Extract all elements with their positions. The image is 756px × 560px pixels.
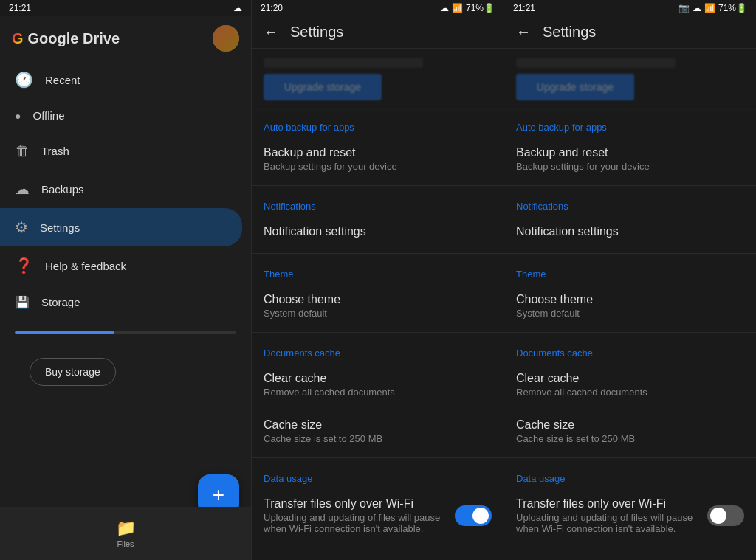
left-div-3 [252, 332, 504, 333]
right-upgrade-button[interactable]: Upgrade storage [516, 74, 634, 100]
right-clear-cache-title: Clear cache [516, 372, 744, 385]
avatar-image [213, 25, 239, 52]
right-cloud-icon: ☁ [693, 3, 701, 13]
right-panel-title: Settings [543, 24, 596, 41]
right-section-theme-label: Theme [504, 257, 756, 283]
left-choose-theme-sub: System default [264, 308, 492, 319]
left-battery-text: 71%🔋 [466, 3, 495, 13]
avatar[interactable] [213, 25, 239, 52]
nav-settings[interactable]: ⚙ Settings [0, 208, 242, 246]
right-backup-reset-sub: Backup settings for your device [516, 161, 744, 172]
nav-trash-label: Trash [41, 145, 69, 157]
fab-plus-icon: + [213, 483, 224, 507]
right-div-1 [504, 185, 756, 186]
panels-wrapper: 21:20 ☁ 📶 71%🔋 ← Settings Upgrade storag… [251, 0, 756, 560]
left-clear-cache-title: Clear cache [264, 372, 492, 385]
left-blurred-bar [264, 58, 423, 68]
right-cache-size-title: Cache size [516, 418, 744, 432]
nav-backups[interactable]: ☁ Backups [0, 170, 242, 208]
logo-google: Google [28, 30, 79, 46]
sidebar-logo: G Google Drive [12, 30, 120, 47]
logo-drive: Drive [83, 30, 120, 46]
right-panel-content: Upgrade storage Auto backup for apps Bac… [504, 49, 756, 560]
right-choose-theme-sub: System default [516, 308, 744, 319]
right-choose-theme-item[interactable]: Choose theme System default [504, 283, 756, 329]
left-panel-header: ← Settings [252, 16, 504, 49]
right-wifi-toggle-knob [710, 508, 726, 524]
right-blurred-bar [516, 58, 676, 68]
offline-icon: ● [15, 110, 21, 122]
left-panel-status-icons: ☁ 📶 71%🔋 [440, 3, 495, 13]
buy-storage-button[interactable]: Buy storage [30, 358, 116, 386]
storage-icon: 💾 [15, 295, 30, 309]
right-backup-reset-item[interactable]: Backup and reset Backup settings for you… [504, 136, 756, 182]
sidebar-logo-text: Google Drive [28, 30, 120, 47]
nav-offline[interactable]: ● Offline [0, 99, 242, 132]
right-choose-theme-title: Choose theme [516, 293, 744, 306]
cloud-icon: ☁ [233, 3, 242, 13]
sidebar-status-bar: 21:21 ☁ [0, 0, 251, 16]
trash-icon: 🗑 [15, 142, 30, 159]
left-transfer-wifi-title: Transfer files only over Wi-Fi [264, 497, 446, 511]
nav-recent[interactable]: 🕐 Recent [0, 61, 242, 99]
left-backup-reset-sub: Backup settings for your device [264, 161, 492, 172]
right-panel-status-bar: 21:21 📷 ☁ 📶 71%🔋 [504, 0, 756, 16]
google-g-logo: G [12, 30, 24, 47]
settings-icon: ⚙ [15, 218, 28, 236]
right-clear-cache-item[interactable]: Clear cache Remove all cached documents [504, 362, 756, 408]
left-wifi-icon: 📶 [452, 3, 463, 13]
right-back-button[interactable]: ← [516, 24, 531, 41]
settings-panel-left: 21:20 ☁ 📶 71%🔋 ← Settings Upgrade storag… [251, 0, 504, 560]
right-section-auto-backup-label: Auto backup for apps [504, 110, 756, 136]
left-section-theme-label: Theme [252, 257, 504, 283]
right-transfer-wifi-item[interactable]: Transfer files only over Wi-Fi Uploading… [504, 487, 756, 545]
nav-storage[interactable]: 💾 Storage [0, 285, 242, 319]
buy-storage-container: Buy storage [15, 349, 236, 395]
left-panel-status-bar: 21:20 ☁ 📶 71%🔋 [252, 0, 504, 16]
right-clear-cache-sub: Remove all cached documents [516, 387, 744, 398]
right-camera-icon: 📷 [678, 3, 690, 13]
left-backup-reset-title: Backup and reset [264, 146, 492, 159]
sidebar-time: 21:21 [9, 3, 31, 13]
left-clear-cache-item[interactable]: Clear cache Remove all cached documents [252, 362, 504, 408]
left-transfer-wifi-sub: Uploading and updating of files will pau… [264, 512, 446, 534]
left-back-button[interactable]: ← [264, 24, 278, 41]
left-section-notifications-label: Notifications [252, 189, 504, 215]
left-backup-reset-item[interactable]: Backup and reset Backup settings for you… [252, 136, 504, 182]
files-tab[interactable]: 📁 Files [104, 513, 148, 554]
right-section-docs-cache-label: Documents cache [504, 336, 756, 362]
left-div-1 [252, 185, 504, 186]
files-icon: 📁 [116, 519, 136, 538]
left-cache-size-item[interactable]: Cache size Cache size is set to 250 MB [252, 408, 504, 454]
right-panel-status-icons: 📷 ☁ 📶 71%🔋 [678, 3, 747, 13]
right-cache-size-sub: Cache size is set to 250 MB [516, 433, 744, 444]
right-transfer-wifi-title: Transfer files only over Wi-Fi [516, 497, 698, 511]
left-notification-settings-title: Notification settings [264, 225, 492, 238]
nav-help[interactable]: ❓ Help & feedback [0, 246, 242, 285]
nav-backups-label: Backups [41, 183, 84, 196]
left-section-data-usage-label: Data usage [252, 461, 504, 487]
nav-offline-label: Offline [32, 109, 64, 122]
right-notification-settings-item[interactable]: Notification settings [504, 215, 756, 250]
storage-section [15, 325, 236, 337]
left-cache-size-sub: Cache size is set to 250 MB [264, 433, 492, 444]
sidebar-header: G Google Drive [0, 16, 251, 61]
left-blurred-top: Upgrade storage [252, 49, 504, 110]
right-cache-size-item[interactable]: Cache size Cache size is set to 250 MB [504, 408, 756, 454]
nav-help-label: Help & feedback [45, 260, 126, 272]
left-wifi-toggle[interactable] [455, 505, 492, 526]
left-wifi-toggle-knob [472, 508, 489, 524]
right-blurred-top: Upgrade storage [504, 49, 756, 110]
right-div-4 [504, 457, 756, 458]
right-transfer-wifi-sub: Uploading and updating of files will pau… [516, 512, 698, 534]
left-transfer-wifi-item[interactable]: Transfer files only over Wi-Fi Uploading… [252, 487, 504, 545]
left-choose-theme-item[interactable]: Choose theme System default [252, 283, 504, 329]
right-panel-time: 21:21 [513, 3, 535, 13]
right-wifi-toggle[interactable] [707, 505, 744, 526]
left-cache-size-title: Cache size [264, 418, 492, 432]
left-upgrade-button[interactable]: Upgrade storage [264, 74, 382, 100]
right-section-notifications-label: Notifications [504, 189, 756, 215]
left-notification-settings-item[interactable]: Notification settings [252, 215, 504, 250]
nav-storage-label: Storage [41, 296, 80, 308]
nav-trash[interactable]: 🗑 Trash [0, 132, 242, 170]
